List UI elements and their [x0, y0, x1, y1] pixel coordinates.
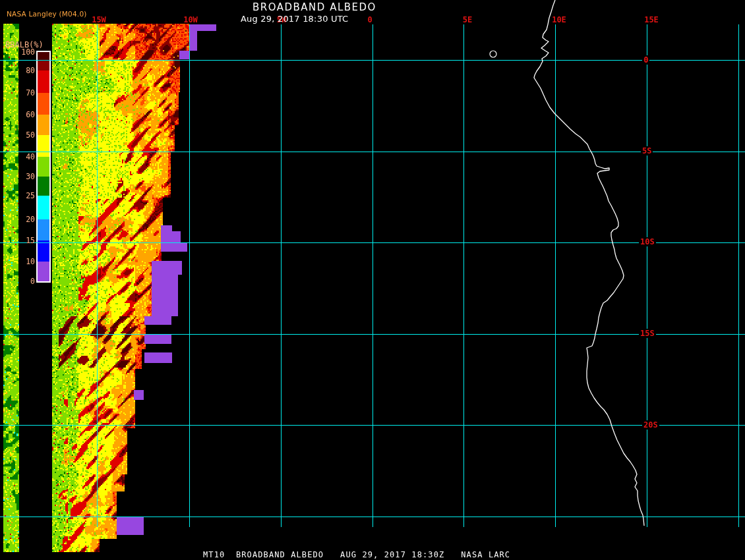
lon-label-10E: 10E: [552, 16, 566, 24]
lon-label-15E: 15E: [644, 16, 659, 24]
legend-tick-40: 40: [0, 153, 35, 161]
lat-label-10S: 10S: [639, 237, 656, 246]
legend-tick-30: 30: [0, 173, 35, 181]
legend-tick-100: 100: [0, 48, 35, 56]
lat-label-20S: 20S: [642, 420, 659, 430]
lat-label-15S: 15S: [639, 329, 656, 338]
lon-label-15W: 15W: [92, 16, 106, 24]
legend-tick-0: 0: [0, 277, 35, 285]
lon-label-5E: 5E: [463, 16, 472, 24]
coastline: [490, 0, 644, 526]
legend-tick-80: 80: [0, 67, 35, 74]
map-overlay: [0, 0, 745, 560]
albedo-map-view: BBALB(%) 100807060504030252015100 15W10W…: [0, 0, 745, 560]
datetime-text: Aug 29, 2017 18:30 UTC: [241, 14, 348, 24]
legend-tick-15: 15: [0, 237, 35, 244]
page-title: BROADBAND ALBEDO: [253, 1, 376, 13]
legend-tick-50: 50: [0, 131, 35, 139]
lat-label-5S: 5S: [641, 146, 653, 155]
legend-tick-60: 60: [0, 111, 35, 119]
legend-tick-70: 70: [0, 89, 35, 97]
legend-tick-25: 25: [0, 192, 35, 200]
footer-caption: MT10 BROADBAND ALBEDO AUG 29, 2017 18:30…: [203, 550, 510, 559]
lon-label-0: 0: [367, 16, 372, 24]
lat-label-0: 0: [642, 55, 649, 65]
legend-tick-10: 10: [0, 258, 35, 266]
graticule-gridlines: [0, 24, 745, 527]
lon-label-10W: 10W: [183, 16, 198, 24]
credit-text: NASA Langley (M04.0): [7, 10, 87, 18]
legend-tick-20: 20: [0, 215, 35, 223]
